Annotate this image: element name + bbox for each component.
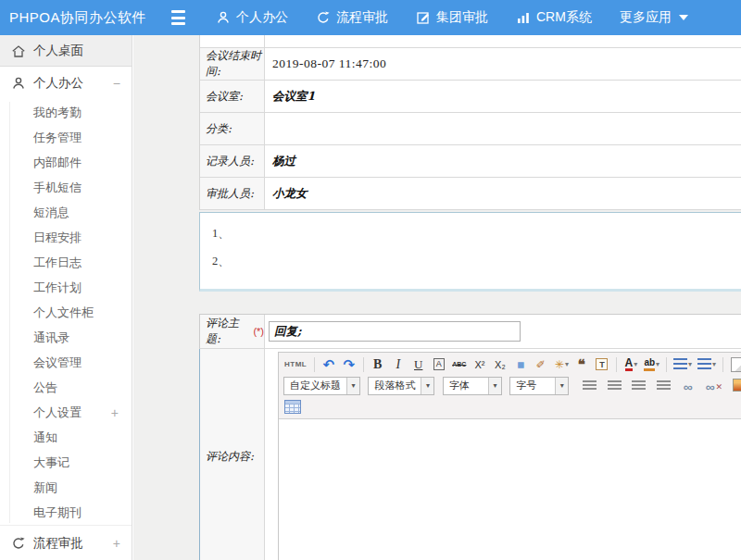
home-icon xyxy=(11,44,26,58)
font-color-icon[interactable]: A▾ xyxy=(622,355,640,374)
comment-subject-label: 评论主题: xyxy=(206,316,250,347)
expand-icon: + xyxy=(111,405,119,420)
sidebar-item-task-management[interactable]: 任务管理 xyxy=(0,125,132,150)
sidebar-item-e-journal[interactable]: 电子期刊 xyxy=(0,500,132,525)
subscript-icon[interactable]: X₂ xyxy=(491,355,509,374)
new-page-icon[interactable] xyxy=(728,355,741,374)
chevron-down-icon: ▾ xyxy=(488,378,501,394)
autoformat-icon[interactable]: ✳▾ xyxy=(552,355,571,374)
rich-text-editor: HTML ↶ ↷ xyxy=(278,352,741,560)
nav-item-more-apps[interactable]: 更多应用 xyxy=(620,9,688,26)
nav-item-workflow-approval[interactable]: 流程审批 xyxy=(316,9,388,26)
sidebar-item-personal-desktop[interactable]: 个人桌面 xyxy=(0,35,132,67)
insert-table-icon[interactable] xyxy=(283,398,304,417)
sidebar-gutter xyxy=(133,35,199,560)
row-meeting-end-time: 会议结束时间: 2019-08-07 11:47:00 xyxy=(200,48,741,81)
expand-icon[interactable]: + xyxy=(113,536,120,551)
comment-subject-row: 评论主题: (*) xyxy=(199,315,741,349)
field-label: 审批人员: xyxy=(206,186,254,202)
editor-content-area[interactable] xyxy=(279,419,741,560)
font-family-select[interactable]: 字体 ▾ xyxy=(443,377,502,395)
redo-icon[interactable]: ↷ xyxy=(340,355,358,374)
cycle-icon xyxy=(11,536,26,551)
eraser-icon[interactable]: ◆ xyxy=(511,355,530,374)
field-label: 会议室: xyxy=(206,89,243,105)
sidebar-item-personal-settings[interactable]: 个人设置 + xyxy=(0,400,132,425)
toolbar-separator xyxy=(722,357,723,372)
sidebar-item-work-plan[interactable]: 工作计划 xyxy=(0,275,132,300)
toolbar-selects: 自定义标题 ▾ 段落格式 ▾ 字体 xyxy=(282,376,571,395)
underline-icon[interactable]: U xyxy=(409,355,428,374)
nav-item-personal-office[interactable]: 个人办公 xyxy=(216,9,288,26)
sidebar-item-sms[interactable]: 手机短信 xyxy=(0,175,132,200)
field-value: 2019-08-07 11:47:00 xyxy=(272,56,386,71)
sidebar-item-internal-mail[interactable]: 内部邮件 xyxy=(0,150,132,175)
field-value: 会议室1 xyxy=(272,89,315,105)
meeting-detail-rows: 会议结束时间: 2019-08-07 11:47:00 会议室: 会议室1 xyxy=(200,48,741,210)
ordered-list-icon[interactable]: ▾ xyxy=(672,355,694,374)
sidebar-item-work-log[interactable]: 工作日志 xyxy=(0,250,132,275)
collapse-icon[interactable]: − xyxy=(113,76,120,91)
toolbar-row-2: 自定义标题 ▾ 段落格式 ▾ 字体 xyxy=(282,375,741,396)
format-brush-icon[interactable]: ✐ xyxy=(532,355,550,374)
toolbar-separator xyxy=(314,357,315,372)
app-title: PHPOA协同办公软件 xyxy=(0,9,171,27)
field-label: 会议结束时间: xyxy=(206,48,264,80)
superscript-icon[interactable]: X² xyxy=(471,355,489,374)
sidebar-item-events[interactable]: 大事记 xyxy=(0,450,132,475)
sidebar-item-schedule[interactable]: 日程安排 xyxy=(0,225,132,250)
meeting-detail-table: 会议结束时间: 2019-08-07 11:47:00 会议室: 会议室1 xyxy=(199,35,741,210)
comment-form: 评论主题: (*) 评论内容: HTML xyxy=(199,314,741,560)
italic-icon[interactable]: I xyxy=(389,355,408,374)
sidebar-item-announcement[interactable]: 公告 xyxy=(0,375,132,400)
toolbar-separator xyxy=(616,357,617,372)
unordered-list-icon[interactable]: ▾ xyxy=(696,355,718,374)
required-mark: (*) xyxy=(253,326,264,337)
align-center-icon[interactable] xyxy=(606,377,624,395)
row-meeting-room: 会议室: 会议室1 xyxy=(200,81,741,113)
align-right-icon[interactable] xyxy=(630,377,648,395)
table-row-partial xyxy=(200,35,741,48)
sidebar-submenu: 我的考勤 任务管理 内部邮件 手机短信 短消息 xyxy=(0,100,132,525)
highlight-color-icon[interactable]: ab▾ xyxy=(642,355,661,374)
align-left-icon[interactable] xyxy=(581,377,599,395)
sidebar-item-contacts[interactable]: 通讯录 xyxy=(0,325,132,350)
nav-item-group-approval[interactable]: 集团审批 xyxy=(416,9,488,26)
row-category: 分类: xyxy=(200,113,741,145)
toolbar-separator xyxy=(363,357,364,372)
menu-icon[interactable] xyxy=(171,10,192,25)
font-frame-icon[interactable]: A xyxy=(430,355,448,374)
paragraph-format-select[interactable]: 段落格式 ▾ xyxy=(368,377,434,395)
html-source-button[interactable]: HTML xyxy=(283,355,309,374)
chevron-down-icon: ▾ xyxy=(346,378,359,394)
chevron-down-icon xyxy=(679,15,688,20)
sidebar-item-personal-office[interactable]: 个人办公 − xyxy=(0,67,132,100)
strikethrough-icon[interactable]: ABC xyxy=(450,355,469,374)
sidebar-item-file-cabinet[interactable]: 个人文件柜 xyxy=(0,300,132,325)
insert-image-icon[interactable] xyxy=(731,376,741,394)
align-justify-icon[interactable] xyxy=(655,377,673,395)
paste-text-icon[interactable]: T xyxy=(593,355,611,374)
sidebar-item-attendance[interactable]: 我的考勤 xyxy=(0,100,132,125)
field-value: 小龙女 xyxy=(272,186,308,202)
toolbar-separator xyxy=(666,357,667,372)
sidebar-item-workflow-approval[interactable]: 流程审批 + xyxy=(0,525,132,560)
edit-icon xyxy=(416,10,431,25)
minutes-line: 1、 xyxy=(212,226,741,254)
comment-subject-input[interactable] xyxy=(269,321,521,342)
nav-item-crm-system[interactable]: CRM系统 xyxy=(516,9,592,26)
undo-icon[interactable]: ↶ xyxy=(320,355,338,374)
bold-icon[interactable]: B xyxy=(369,355,387,374)
custom-title-select[interactable]: 自定义标题 ▾ xyxy=(283,377,360,395)
sidebar-item-meeting-management[interactable]: 会议管理 xyxy=(0,350,132,375)
chevron-down-icon: ▾ xyxy=(421,378,433,394)
editor-toolbar: HTML ↶ ↷ xyxy=(279,353,741,419)
insert-link-icon[interactable]: ∞ xyxy=(679,378,697,396)
sidebar-item-notice[interactable]: 通知 xyxy=(0,425,132,450)
blockquote-icon[interactable]: ❝ xyxy=(572,355,591,374)
sidebar-item-short-message[interactable]: 短消息 xyxy=(0,200,132,225)
field-value: 杨过 xyxy=(272,154,295,169)
sidebar-item-news[interactable]: 新闻 xyxy=(0,475,132,500)
font-size-select[interactable]: 字号 ▾ xyxy=(509,377,569,395)
unlink-icon[interactable]: ∞✕ xyxy=(704,378,725,396)
